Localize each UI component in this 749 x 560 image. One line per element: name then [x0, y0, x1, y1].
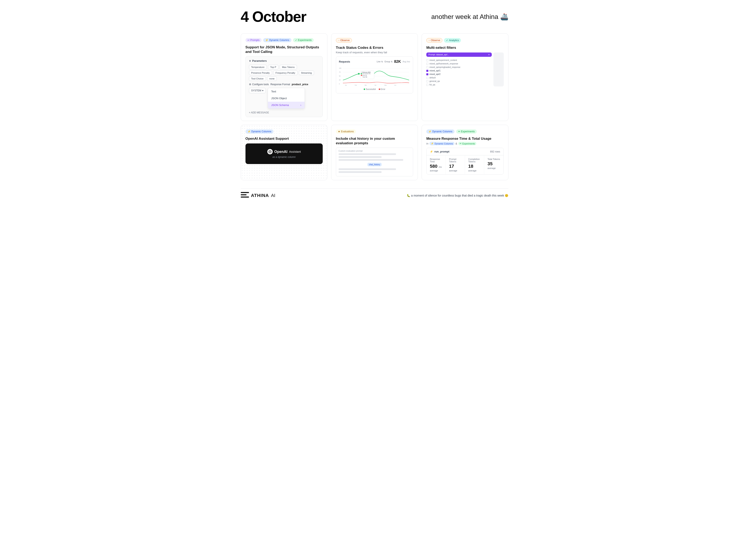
lightning-icon: ⚡: [265, 39, 268, 42]
rt-value-row-3: 35: [488, 161, 500, 166]
param-none[interactable]: none: [267, 76, 277, 81]
ms-checkbox-6[interactable]: [426, 80, 428, 82]
ms-filter-list: mixed_qa/experiment_content mixed_qa/fra…: [426, 59, 492, 86]
eval-line-3: [339, 159, 403, 161]
ms-item-6[interactable]: general_qa: [426, 80, 492, 83]
chat-history-chip[interactable]: chat_history: [367, 163, 382, 166]
badge-experiments2: ✏ Experiments: [456, 130, 477, 134]
ms-checkbox-0[interactable]: [426, 59, 428, 61]
chart-line-control[interactable]: Line ⇅: [377, 61, 383, 63]
dots-icon2: ··: [429, 39, 430, 42]
openai-logo-row: OpenAI Assistant: [267, 149, 301, 154]
rt-avg-1: average: [449, 170, 461, 172]
ms-item-0[interactable]: mixed_qa/experiment_content: [426, 59, 492, 62]
svg-text:Jan: Jan: [345, 85, 347, 86]
card2-title: Track Status Codes & Errors: [336, 45, 413, 50]
chart-title: Requests: [339, 60, 350, 63]
param-streaming[interactable]: Streaming: [299, 71, 314, 75]
param-max-tokens[interactable]: Max Tokens: [280, 65, 297, 69]
card-response-time: ⚡ Dynamic Columns ✏ Experiments Measure …: [422, 125, 508, 180]
dropdown-json-schema[interactable]: JSON Schema ›: [268, 102, 305, 109]
badge-dynamic-columns3: ⚡ Dynamic Columns: [426, 130, 454, 134]
select-arrow: ⇅: [381, 61, 383, 63]
configure-tools-btn[interactable]: ⚙ Configure tools: [249, 83, 269, 86]
svg-text:Apr: Apr: [374, 85, 376, 86]
athina-logo-icon: [241, 192, 249, 199]
chart-group-control[interactable]: Group ⇅: [384, 61, 392, 63]
svg-text:Successful  44k: Successful 44k: [362, 73, 370, 74]
svg-text:50: 50: [339, 75, 341, 77]
dropdown-json-object[interactable]: JSON Object: [268, 95, 305, 102]
rt-run-label: ⚡ run_prompt: [430, 150, 449, 153]
dropdown-menu: Text JSON Object JSON Schema ›: [268, 88, 305, 109]
card5-title: Include chat history in your custom eval…: [336, 136, 413, 145]
rt-avg-0: average: [430, 170, 442, 172]
param-frequency-penalty[interactable]: Frequency Penalty: [273, 71, 298, 75]
card1-title: Support for JSON Mode, Structured Output…: [245, 45, 323, 54]
openai-inner: OpenAI Assistant as a dynamic column: [245, 143, 323, 164]
rt-value-0: 580: [430, 164, 437, 169]
footer-logo-sub: AI: [271, 193, 275, 198]
svg-text:25: 25: [339, 79, 341, 81]
card-json-mode: ↩ Prompts ⚡ Dynamic Columns ✓ Experiment…: [241, 33, 327, 121]
ms-item-3[interactable]: mixed_api/1: [426, 69, 492, 72]
page-header: 4 October another week at Athina 🚢: [241, 8, 509, 25]
add-message-btn[interactable]: + ADD MESSAGE: [249, 111, 319, 114]
svg-text:May: May: [384, 85, 387, 86]
badge-dynamic-columns: ⚡ Dynamic Columns: [263, 38, 291, 42]
ms-item-1[interactable]: mixed_qa/framework_response: [426, 62, 492, 65]
response-format-label: Response Format: [271, 83, 290, 86]
ms-filter-panel: Prompt: dataset_api/... ✕ mixed_qa/exper…: [426, 52, 492, 86]
prompts-icon: ↩: [248, 39, 250, 42]
ms-item-4[interactable]: mixed_api/2: [426, 72, 492, 76]
svg-text:Error  3k: Error 3k: [362, 75, 367, 76]
ms-checkbox-4[interactable]: [426, 73, 428, 75]
params-panel: ∨ Parameters Temperature Top P Max Token…: [245, 56, 323, 117]
card6-badges: ⚡ Dynamic Columns ✏ Experiments: [426, 130, 504, 134]
svg-text:75: 75: [339, 71, 341, 73]
footer-logo-text: ATHINA: [251, 193, 269, 198]
rt-col-1: Prompt Tokens 17 average: [446, 155, 465, 174]
rt-col-2: Completion Tokens 18 average: [465, 155, 484, 174]
svg-rect-24: [241, 192, 249, 193]
ms-checkbox-1[interactable]: [426, 63, 428, 65]
rt-label-3: Total Tokens: [488, 158, 500, 160]
system-select[interactable]: SYSTEM ▾: [249, 88, 266, 93]
param-tags: Temperature Top P Max Tokens Presence Pe…: [249, 65, 319, 81]
badge-observe: ·· Observe: [336, 38, 352, 43]
card-evaluations: ★ Evaluations Include chat history in yo…: [331, 125, 418, 180]
ms-checkbox-2[interactable]: [426, 66, 428, 68]
dropdown-text[interactable]: Text: [268, 88, 305, 95]
param-tool-choice[interactable]: Tool Choice: [249, 76, 266, 81]
card5-badges: ★ Evaluations: [336, 130, 413, 134]
eval-chip-container: chat_history: [339, 162, 410, 167]
card-status-codes: ·· Observe Track Status Codes & Errors K…: [331, 33, 418, 121]
ms-checkbox-7[interactable]: [426, 84, 428, 86]
multiselect-area: Prompt: dataset_api/... ✕ mixed_qa/exper…: [426, 52, 504, 86]
ms-checkbox-5[interactable]: [426, 77, 428, 79]
param-presence-penalty[interactable]: Presence Penalty: [249, 71, 272, 75]
svg-point-16: [358, 73, 360, 75]
close-icon: ✕: [488, 53, 490, 56]
rt-value-row-1: 17: [449, 164, 461, 169]
header-date: 4 October: [241, 8, 306, 25]
svg-text:Feb: Feb: [355, 85, 357, 86]
badge-evaluations: ★ Evaluations: [336, 130, 356, 134]
param-top-p[interactable]: Top P: [268, 65, 278, 69]
ms-item-7[interactable]: fot_qa: [426, 83, 492, 86]
ms-checkbox-3[interactable]: [426, 70, 428, 72]
ms-item-5[interactable]: default: [426, 76, 492, 80]
rt-grid: ⚡ run_prompt 892 rows Response Time 580 …: [426, 148, 504, 175]
gear-icon: ⚙: [249, 83, 251, 86]
response-format-value: product_price: [292, 83, 308, 86]
star-icon: ★: [338, 130, 340, 133]
svg-text:100: 100: [339, 68, 341, 69]
param-temperature[interactable]: Temperature: [249, 65, 267, 69]
ms-search-bar[interactable]: Prompt: dataset_api/... ✕: [426, 52, 492, 57]
rt-value-3: 35: [488, 161, 492, 166]
badge-dynamic-columns2: ⚡ Dynamic Columns: [245, 130, 274, 134]
rt-avg-2: average: [468, 170, 481, 172]
dots-icon: ··: [338, 39, 340, 42]
ms-item-2[interactable]: mixed_qa/springloaded_response: [426, 65, 492, 69]
eval-line-2: [339, 156, 382, 158]
